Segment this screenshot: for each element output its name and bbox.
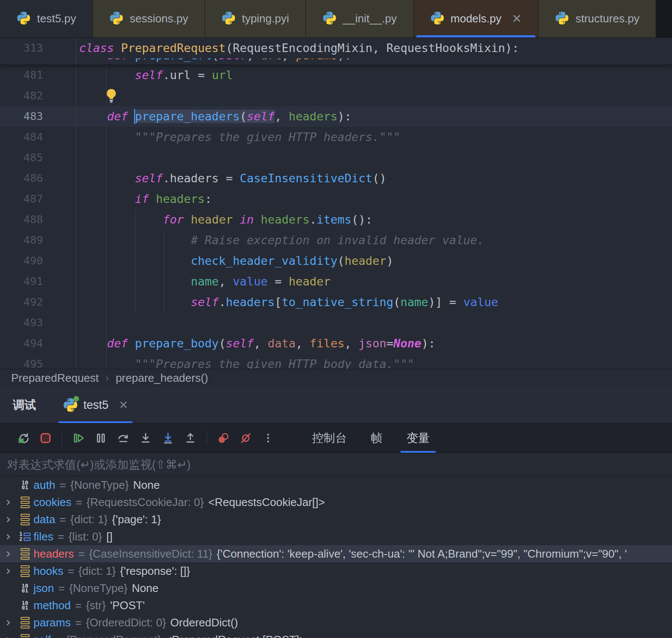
gutter[interactable] [43, 189, 76, 209]
code-text[interactable]: self.headers = CaseInsensitiveDict() [76, 168, 386, 189]
code-text[interactable]: for header in headers.items(): [76, 209, 373, 230]
resume-icon[interactable] [67, 427, 90, 449]
expand-chevron-icon[interactable] [0, 619, 16, 626]
step-out-icon[interactable] [179, 427, 202, 449]
expand-chevron-icon[interactable] [0, 567, 16, 575]
variable-row-json[interactable]: 1001json={NoneType}None [0, 580, 672, 597]
code-text[interactable]: """Prepares the given HTTP body data.""" [76, 354, 414, 369]
gutter[interactable] [43, 147, 76, 168]
line-number[interactable]: 494 [0, 333, 43, 354]
close-icon[interactable]: ✕ [119, 399, 128, 412]
editor-tab-__init__.py[interactable]: __init__.py [306, 0, 413, 37]
gutter[interactable] [43, 65, 76, 86]
editor-tab-models.py[interactable]: models.py✕ [414, 0, 538, 37]
debug-panel-tab-变量[interactable]: 变量 [394, 423, 442, 453]
gutter[interactable] [43, 209, 76, 230]
editor-tab-test5.py[interactable]: test5.py [0, 0, 92, 37]
gutter[interactable] [43, 168, 76, 189]
gutter[interactable] [43, 38, 76, 58]
debug-panel-tab-控制台[interactable]: 控制台 [300, 423, 359, 453]
code-text[interactable]: def prepare_body(self, data, files, json… [76, 333, 435, 354]
variable-row-self[interactable]: self={PreparedRequest}<PreparedRequest [… [0, 631, 672, 638]
line-number[interactable]: 490 [0, 251, 43, 271]
code-text[interactable]: if headers: [76, 189, 212, 209]
rerun-debugger-icon[interactable] [12, 427, 34, 449]
editor-tab-structures.py[interactable]: structures.py [538, 0, 656, 37]
gutter[interactable] [43, 251, 76, 271]
evaluate-expression-input[interactable]: 对表达式求值(↵)或添加监视(⇧⌘↵) [0, 453, 672, 476]
pause-icon[interactable] [90, 427, 112, 449]
line-number[interactable]: 483 [0, 106, 43, 127]
gutter[interactable] [43, 271, 76, 292]
code-text[interactable]: self.url = url [76, 65, 233, 86]
gutter[interactable] [43, 106, 76, 127]
expand-chevron-icon[interactable] [0, 499, 16, 506]
line-number[interactable] [0, 58, 43, 64]
line-number[interactable]: 482 [0, 86, 43, 106]
variable-row-auth[interactable]: 1001auth={NoneType}None [0, 476, 672, 494]
variable-row-data[interactable]: data={dict: 1}{'page': 1} [0, 511, 672, 528]
dict-type-icon [21, 548, 30, 560]
more-icon[interactable] [257, 427, 279, 449]
gutter[interactable] [43, 58, 76, 64]
code-text[interactable]: class PreparedRequest(RequestEncodingMix… [76, 38, 519, 58]
variable-value: None [132, 582, 159, 595]
line-number[interactable]: 488 [0, 209, 43, 230]
variable-row-params[interactable]: params={OrderedDict: 0}OrderedDict() [0, 614, 672, 631]
expand-chevron-icon[interactable] [0, 550, 16, 558]
code-text[interactable]: check_header_validity(header) [76, 251, 394, 271]
expand-chevron-icon[interactable] [0, 533, 16, 540]
variable-row-hooks[interactable]: hooks={dict: 1}{'response': []} [0, 562, 672, 580]
code-text[interactable]: def prepare_url(self, url, params): [76, 58, 351, 64]
step-over-icon[interactable] [112, 427, 134, 449]
python-file-icon [16, 11, 31, 27]
code-text[interactable] [76, 86, 79, 106]
code-text[interactable]: self.headers[to_native_string(name)] = v… [76, 292, 498, 313]
line-number[interactable]: 487 [0, 189, 43, 209]
editor-tab-sessions.py[interactable]: sessions.py [93, 0, 205, 37]
gutter[interactable] [43, 333, 76, 354]
breadcrumb-item[interactable]: PreparedRequest [11, 371, 99, 385]
line-number[interactable]: 313 [0, 38, 43, 58]
line-number[interactable]: 484 [0, 127, 43, 147]
dict-type-icon [21, 617, 30, 629]
line-number[interactable]: 481 [0, 65, 43, 86]
gutter[interactable] [43, 127, 76, 147]
expand-chevron-icon[interactable] [0, 516, 16, 523]
mute-breakpoints-icon[interactable] [235, 427, 257, 449]
step-into-icon[interactable] [134, 427, 157, 449]
view-breakpoints-icon[interactable] [212, 427, 235, 449]
gutter[interactable] [43, 354, 76, 369]
debug-session-tab[interactable]: test5 ✕ [58, 387, 132, 423]
gutter[interactable] [43, 313, 76, 333]
variable-row-cookies[interactable]: cookies={RequestsCookieJar: 0}<RequestsC… [0, 494, 672, 511]
variable-row-files[interactable]: 12files={list: 0}[] [0, 528, 672, 545]
code-text[interactable]: name, value = header [76, 271, 330, 292]
line-number[interactable]: 485 [0, 147, 43, 168]
line-number[interactable]: 491 [0, 271, 43, 292]
expand-chevron-icon[interactable] [0, 636, 16, 638]
gutter[interactable] [43, 86, 76, 106]
gutter[interactable] [43, 292, 76, 313]
line-number[interactable]: 486 [0, 168, 43, 189]
line-number[interactable]: 489 [0, 230, 43, 251]
stop-icon[interactable] [34, 427, 57, 449]
line-number[interactable]: 495 [0, 354, 43, 369]
code-text[interactable]: # Raise exception on invalid header valu… [76, 230, 484, 251]
code-text[interactable] [76, 147, 79, 168]
breadcrumb-item[interactable]: prepare_headers() [116, 371, 208, 385]
code-text[interactable]: def prepare_headers(self, headers): [76, 106, 351, 127]
debug-panel-tab-帧[interactable]: 帧 [359, 423, 394, 453]
line-number[interactable]: 493 [0, 313, 43, 333]
gutter[interactable] [43, 230, 76, 251]
line-number[interactable]: 492 [0, 292, 43, 313]
editor-tab-typing.pyi[interactable]: typing.pyi [205, 0, 305, 37]
close-icon[interactable]: ✕ [512, 13, 522, 25]
variable-row-headers[interactable]: headers={CaseInsensitiveDict: 11}{'Conne… [0, 545, 672, 562]
code-text[interactable] [76, 313, 79, 333]
variable-row-method[interactable]: 1001method={str}'POST' [0, 597, 672, 614]
code-text[interactable]: """Prepares the given HTTP headers.""" [76, 127, 400, 147]
code-editor[interactable]: 313class PreparedRequest(RequestEncoding… [0, 38, 672, 369]
equals-sign: = [60, 513, 66, 526]
force-step-into-icon[interactable] [157, 427, 179, 449]
